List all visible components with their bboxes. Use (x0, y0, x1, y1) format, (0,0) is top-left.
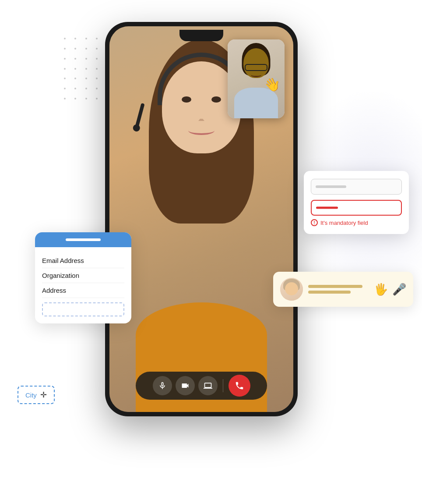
validation-input-error[interactable] (311, 200, 402, 216)
small-video-thumbnail: 👋 (228, 39, 285, 118)
city-field-container: City ✛ (18, 386, 55, 404)
participant-actions: 🖐 🎤 (374, 283, 406, 296)
participant-card: 🖐 🎤 (273, 272, 413, 307)
address-label: Address (42, 283, 124, 298)
man-wave-hand: 👋 (264, 77, 280, 92)
validation-input-normal[interactable] (311, 179, 402, 195)
participant-avatar (280, 278, 303, 301)
form-card: Email Address Organization Address (35, 232, 131, 323)
participant-text-line-2 (308, 291, 351, 294)
address-input[interactable] (42, 302, 124, 316)
call-controls-bar (136, 372, 267, 400)
phone-notch (179, 30, 223, 41)
man-smile (251, 73, 261, 77)
organization-label: Organization (42, 268, 124, 283)
controls-divider (223, 379, 223, 392)
form-header-bar (66, 238, 101, 241)
microphone-icon[interactable]: 🎤 (392, 283, 406, 296)
end-call-button[interactable] (229, 375, 250, 397)
screen-share-button[interactable] (198, 376, 218, 395)
avatar-face-inner (285, 282, 298, 295)
form-card-header (35, 232, 131, 247)
email-address-label: Email Address (42, 253, 124, 268)
validation-card: ! It's mandatory field (304, 171, 409, 234)
city-label: City (25, 391, 37, 399)
participant-text-lines (308, 285, 369, 294)
video-button[interactable] (176, 376, 195, 395)
man-shirt (234, 88, 278, 118)
man-background: 👋 (228, 39, 285, 118)
error-text: It's mandatory field (320, 220, 368, 226)
phone-frame: 👋 (105, 22, 298, 416)
mute-button[interactable] (153, 376, 172, 395)
validation-error-message: ! It's mandatory field (311, 219, 402, 226)
move-cursor-icon: ✛ (40, 390, 47, 400)
phone-screen: 👋 (109, 26, 293, 412)
woman-nose (198, 113, 204, 121)
error-icon: ! (311, 219, 318, 226)
form-card-body: Email Address Organization Address (35, 247, 131, 323)
woman-smile (188, 126, 215, 135)
participant-text-line-1 (308, 285, 362, 288)
man-face (243, 48, 269, 78)
raise-hand-icon[interactable]: 🖐 (374, 283, 388, 296)
man-glasses (245, 64, 267, 71)
city-input[interactable]: City ✛ (18, 386, 55, 404)
